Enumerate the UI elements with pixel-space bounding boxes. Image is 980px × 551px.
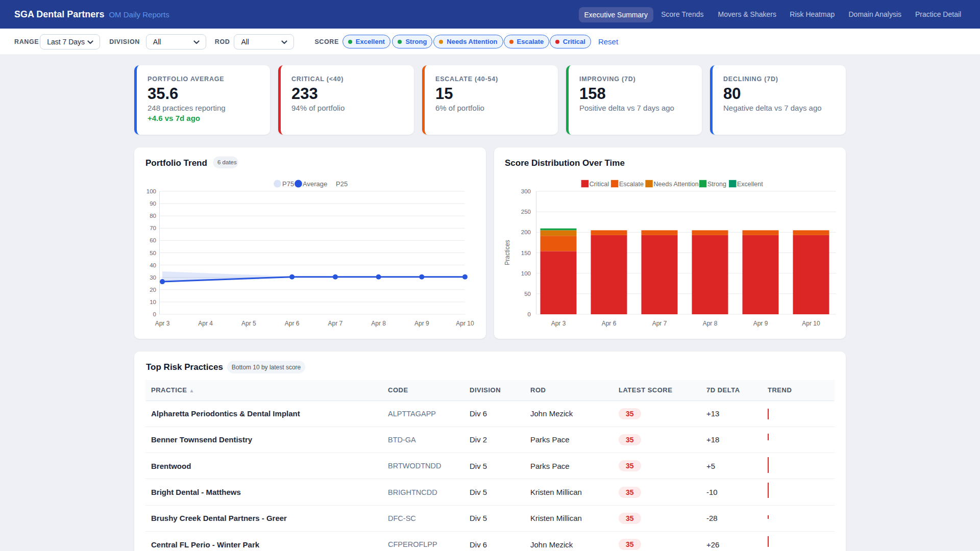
svg-text:6 dates: 6 dates [217, 159, 237, 165]
svg-text:Practices: Practices [504, 240, 511, 265]
svg-text:Apr 6: Apr 6 [285, 320, 300, 327]
svg-text:Apr 8: Apr 8 [371, 320, 386, 327]
svg-text:Apr 8: Apr 8 [703, 320, 718, 327]
svg-text:50: 50 [150, 250, 156, 256]
svg-text:150: 150 [521, 250, 531, 256]
svg-text:60: 60 [150, 237, 156, 243]
svg-text:0: 0 [528, 311, 531, 317]
svg-text:300: 300 [521, 188, 531, 194]
svg-text:Apr 7: Apr 7 [652, 320, 667, 327]
svg-text:50: 50 [524, 291, 531, 297]
svg-text:Needs Attention: Needs Attention [654, 181, 699, 188]
svg-text:90: 90 [150, 201, 156, 207]
svg-text:40: 40 [150, 262, 156, 268]
svg-text:P75: P75 [282, 180, 294, 188]
svg-text:Apr 10: Apr 10 [802, 320, 820, 327]
svg-text:Excellent: Excellent [737, 181, 763, 188]
svg-text:30: 30 [150, 274, 156, 281]
svg-text:Strong: Strong [707, 181, 726, 188]
svg-text:Apr 3: Apr 3 [551, 320, 566, 327]
svg-text:Apr 5: Apr 5 [241, 320, 256, 327]
svg-text:Escalate: Escalate [619, 181, 644, 188]
svg-text:Apr 6: Apr 6 [602, 320, 617, 327]
svg-text:Score Distribution Over Time: Score Distribution Over Time [505, 158, 625, 168]
svg-text:10: 10 [150, 299, 156, 305]
svg-text:Apr 9: Apr 9 [753, 320, 768, 327]
svg-text:Apr 9: Apr 9 [414, 320, 429, 327]
svg-text:200: 200 [521, 229, 531, 235]
svg-text:Portfolio Trend: Portfolio Trend [145, 158, 207, 168]
svg-text:Critical: Critical [590, 181, 609, 188]
svg-text:0: 0 [153, 311, 156, 317]
svg-text:Apr 4: Apr 4 [198, 320, 213, 327]
svg-text:Apr 3: Apr 3 [155, 320, 170, 327]
svg-text:70: 70 [150, 225, 156, 231]
svg-text:250: 250 [521, 209, 531, 215]
svg-text:Average: Average [303, 180, 327, 188]
svg-text:100: 100 [146, 188, 156, 194]
svg-text:P25: P25 [336, 180, 348, 188]
svg-text:80: 80 [150, 213, 156, 219]
svg-text:100: 100 [521, 270, 531, 277]
svg-text:Apr 7: Apr 7 [328, 320, 343, 327]
svg-text:Apr 10: Apr 10 [456, 320, 474, 327]
svg-text:20: 20 [150, 287, 156, 293]
